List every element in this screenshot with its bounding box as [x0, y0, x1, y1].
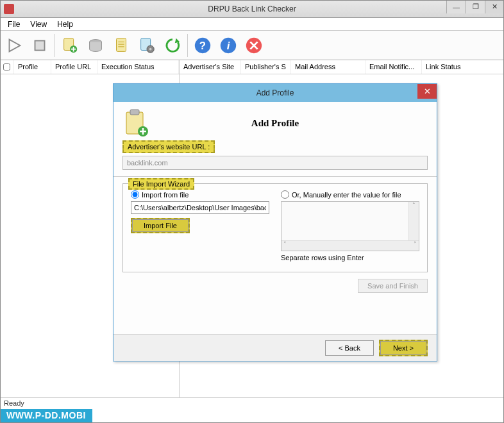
add-profile-button[interactable] [58, 33, 82, 58]
col-advertiser-site[interactable]: Advertiser's Site [180, 60, 241, 74]
play-button[interactable] [2, 33, 26, 58]
toolbar: ? i [0, 31, 504, 60]
exit-button[interactable] [242, 33, 266, 58]
stop-button[interactable] [28, 33, 52, 58]
svg-text:?: ? [199, 39, 206, 51]
wizard-legend: File Import Wizard [128, 178, 194, 190]
help-button[interactable]: ? [190, 33, 215, 58]
back-button[interactable]: < Back [325, 340, 374, 356]
next-button[interactable]: Next > [379, 340, 428, 356]
close-button[interactable]: ✕ [485, 0, 504, 13]
col-profile-url[interactable]: Profile URL [51, 60, 97, 74]
save-and-finish-button: Save and Finish [358, 279, 428, 293]
info-button[interactable]: i [216, 33, 240, 58]
clipboard-add-icon [122, 108, 149, 138]
select-all-checkbox[interactable] [0, 60, 14, 74]
dialog-title-bar: Add Profile [113, 84, 437, 102]
import-file-button[interactable]: Import File [131, 218, 190, 233]
advertiser-url-label: Advertiser's website URL : [122, 140, 215, 153]
col-link-status[interactable]: Link Status [422, 60, 504, 74]
status-text: Ready [4, 399, 24, 407]
scrollbar-vertical[interactable]: ˄ [408, 202, 419, 240]
dialog-close-button[interactable] [417, 84, 437, 99]
col-publisher[interactable]: Publisher's S [241, 60, 291, 74]
app-title: DRPU Back Link Checker [208, 4, 296, 13]
import-from-file-radio[interactable]: Import from file [131, 190, 269, 199]
dialog-footer: < Back Next > [113, 334, 437, 361]
svg-rect-16 [130, 110, 139, 115]
minimize-button[interactable]: — [446, 0, 466, 13]
status-bar: Ready [0, 397, 504, 409]
menu-file[interactable]: File [3, 19, 25, 30]
manual-entry-textarea[interactable]: ˄ ˂˃ [281, 201, 419, 251]
add-profile-dialog: Add Profile Add Profile Advertiser's web… [113, 83, 437, 361]
dialog-title: Add Profile [256, 88, 294, 97]
maximize-button[interactable]: ❐ [466, 0, 485, 13]
svg-marker-9 [175, 38, 180, 43]
column-headers: Profile Profile URL Execution Status Adv… [0, 60, 504, 74]
file-path-input[interactable] [131, 201, 269, 214]
refresh-button[interactable] [160, 33, 185, 58]
radio-manual-label: Or, Manually enter the value for file [292, 191, 401, 199]
app-icon [4, 4, 14, 14]
svg-marker-0 [10, 39, 21, 51]
title-bar: DRPU Back Link Checker — ❐ ✕ [0, 0, 504, 18]
menu-help[interactable]: Help [52, 19, 78, 30]
database-button[interactable] [83, 33, 108, 58]
menu-bar: File View Help [0, 18, 504, 31]
manual-entry-hint: Separate rows using Enter [281, 254, 419, 261]
document-button[interactable] [109, 33, 133, 58]
settings-button[interactable] [135, 33, 159, 58]
col-email-notif[interactable]: Email Notific... [365, 60, 422, 74]
col-exec-status[interactable]: Execution Status [97, 60, 179, 74]
col-mail-address[interactable]: Mail Address [291, 60, 365, 74]
menu-view[interactable]: View [25, 19, 52, 30]
watermark: WWW.P-DD.MOBI [0, 409, 92, 423]
radio-file-label: Import from file [142, 191, 189, 199]
manual-entry-radio[interactable]: Or, Manually enter the value for file [281, 190, 419, 199]
svg-rect-1 [35, 40, 45, 50]
dialog-header-text: Add Profile [156, 118, 394, 129]
svg-text:i: i [227, 39, 230, 51]
file-import-wizard-fieldset: File Import Wizard Import from file Impo… [122, 183, 428, 272]
col-profile[interactable]: Profile [14, 60, 51, 74]
advertiser-url-input[interactable] [122, 156, 428, 170]
svg-rect-5 [117, 38, 126, 51]
scrollbar-horizontal[interactable]: ˂˃ [281, 240, 419, 251]
svg-point-8 [149, 47, 152, 50]
